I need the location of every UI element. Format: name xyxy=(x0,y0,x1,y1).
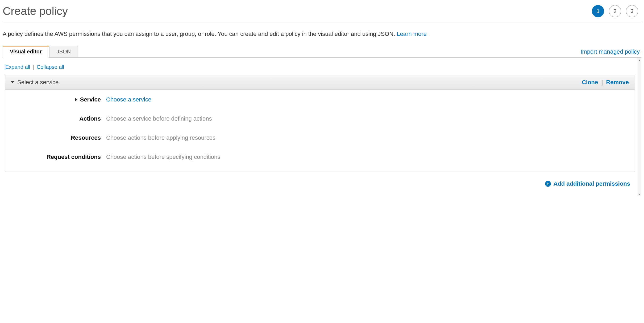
row-actions: Actions Choose a service before defining… xyxy=(10,115,629,122)
service-label-wrap: Service xyxy=(10,96,106,103)
resources-value: Choose actions before applying resources xyxy=(106,134,215,141)
tabs-row: Visual editor JSON Import managed policy xyxy=(3,46,641,58)
panel-title: Select a service xyxy=(17,79,59,86)
scroll-down-icon[interactable]: ▾ xyxy=(637,192,641,196)
step-2[interactable]: 2 xyxy=(609,5,621,17)
tab-json-label: JSON xyxy=(57,49,71,54)
wizard-steps: 1 2 3 xyxy=(592,5,641,17)
row-service: Service Choose a service xyxy=(10,96,629,103)
panel-body: Service Choose a service Actions Choose … xyxy=(5,90,635,172)
clone-link[interactable]: Clone xyxy=(582,79,598,86)
policy-description: A policy defines the AWS permissions tha… xyxy=(3,29,641,38)
editor-area: Expand all | Collapse all Select a servi… xyxy=(3,58,641,196)
step-3[interactable]: 3 xyxy=(626,5,638,17)
collapse-icon xyxy=(11,81,14,83)
header-divider xyxy=(3,23,641,23)
step-1[interactable]: 1 xyxy=(592,5,604,17)
conditions-value: Choose actions before specifying conditi… xyxy=(106,154,220,160)
collapse-all-link[interactable]: Collapse all xyxy=(37,64,64,70)
choose-service-link[interactable]: Choose a service xyxy=(106,96,151,103)
panel-header-left: Select a service xyxy=(11,79,59,86)
description-text: A policy defines the AWS permissions tha… xyxy=(3,31,397,37)
learn-more-link[interactable]: Learn more xyxy=(397,31,427,37)
separator: | xyxy=(601,79,603,86)
remove-link[interactable]: Remove xyxy=(606,79,629,86)
page-header: Create policy 1 2 3 xyxy=(3,3,641,23)
row-conditions: Request conditions Choose actions before… xyxy=(10,154,629,160)
service-label: Service xyxy=(80,96,101,103)
separator: | xyxy=(33,64,34,70)
panel-header[interactable]: Select a service Clone | Remove xyxy=(5,75,635,90)
tab-json[interactable]: JSON xyxy=(49,46,78,57)
row-resources: Resources Choose actions before applying… xyxy=(10,134,629,141)
actions-label: Actions xyxy=(10,115,106,122)
add-permissions-row: + Add additional permissions xyxy=(5,172,635,190)
resources-label: Resources xyxy=(10,134,106,141)
tabs: Visual editor JSON xyxy=(3,46,78,57)
page-title: Create policy xyxy=(3,5,68,18)
expand-collapse-controls: Expand all | Collapse all xyxy=(5,61,635,75)
import-managed-policy-link[interactable]: Import managed policy xyxy=(580,48,641,57)
plus-circle-icon: + xyxy=(545,181,551,187)
tab-visual-editor[interactable]: Visual editor xyxy=(3,46,49,58)
permission-panel: Select a service Clone | Remove Service … xyxy=(5,75,635,172)
scrollbar[interactable]: ▴ ▾ xyxy=(637,58,641,196)
add-permissions-label: Add additional permissions xyxy=(554,180,630,187)
actions-value: Choose a service before defining actions xyxy=(106,115,212,122)
add-additional-permissions-link[interactable]: + Add additional permissions xyxy=(545,180,630,187)
panel-header-right: Clone | Remove xyxy=(582,79,629,86)
scroll-up-icon[interactable]: ▴ xyxy=(637,58,641,62)
editor-main: Expand all | Collapse all Select a servi… xyxy=(3,58,637,196)
conditions-label: Request conditions xyxy=(10,154,106,160)
expand-all-link[interactable]: Expand all xyxy=(5,64,30,70)
expand-icon[interactable] xyxy=(75,98,77,101)
